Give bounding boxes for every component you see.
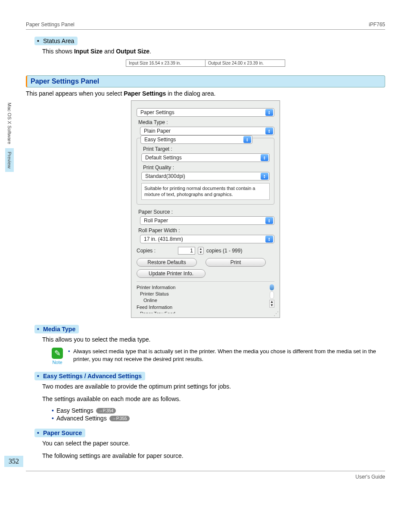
copies-stepper[interactable]: ▲▼ [198, 247, 204, 255]
settings-mode-select[interactable]: Easy Settings ▴▾ [140, 135, 252, 144]
restore-defaults-button[interactable]: Restore Defaults [137, 258, 197, 267]
update-printer-info-button[interactable]: Update Printer Info. [137, 269, 206, 278]
chevron-updown-icon: ▴▾ [243, 136, 251, 143]
paper-source-desc2: The following settings are available for… [42, 451, 385, 460]
paper-source-select[interactable]: Roll Paper ▴▾ [140, 216, 274, 225]
media-type-label: Media Type : [138, 119, 274, 125]
status-area-heading: Status Area [34, 37, 78, 45]
paper-source-heading: Paper Source [34, 429, 85, 437]
chevron-updown-icon: ▴▾ [265, 236, 273, 243]
footer: User's Guide [26, 471, 385, 480]
printer-info-text: Printer Information Printer Status Onlin… [137, 284, 268, 314]
roll-width-select[interactable]: 17 in. (431.8mm) ▴▾ [140, 235, 274, 243]
input-size-box: Input Size 16.54 x 23.39 in. [126, 59, 206, 67]
easy-adv-desc1: Two modes are available to provide the o… [42, 382, 385, 391]
page-ref-355[interactable]: →P.355 [109, 416, 130, 421]
paper-source-desc1: You can select the paper source. [42, 439, 385, 448]
copies-input[interactable]: 1 [178, 247, 195, 255]
media-type-note: Always select media type that is actuall… [68, 348, 385, 363]
header-right: iPF765 [369, 22, 385, 28]
page-ref-354[interactable]: →P.354 [96, 408, 116, 414]
easy-adv-desc2: The settings available on each mode are … [42, 395, 385, 404]
panel-select[interactable]: Paper Settings ▴▾ [137, 108, 274, 117]
section-title: Paper Settings Panel [26, 75, 385, 87]
chevron-updown-icon: ▴▾ [261, 154, 268, 161]
easy-settings-link[interactable]: Easy Settings [52, 407, 93, 414]
copies-label: Copies : [137, 248, 156, 254]
section-intro: This panel appears when you select Paper… [26, 90, 385, 97]
print-quality-select[interactable]: Standard(300dpi) ▴▾ [141, 172, 270, 180]
roll-width-label: Roll Paper Width : [138, 227, 274, 233]
note-icon-box: ✎ Note [52, 348, 63, 365]
media-type-heading: Media Type [34, 325, 79, 333]
media-type-select[interactable]: Plain Paper ▴▾ [140, 127, 274, 135]
advanced-settings-link[interactable]: Advanced Settings [52, 415, 107, 422]
info-scrollbar[interactable]: ▲▼ [269, 284, 274, 308]
chevron-updown-icon: ▴▾ [261, 173, 268, 180]
status-area-desc: This shows Input Size and Output Size. [42, 47, 385, 56]
pencil-icon: ✎ [52, 348, 63, 359]
print-quality-label: Print Quality : [143, 165, 270, 171]
print-button[interactable]: Print [206, 258, 266, 267]
output-size-box: Output Size 24.00 x 23.39 in. [206, 59, 285, 67]
print-target-label: Print Target : [143, 146, 270, 152]
chevron-updown-icon: ▴▾ [265, 128, 273, 134]
header-left: Paper Settings Panel [26, 22, 75, 28]
media-type-desc: This allows you to select the media type… [42, 335, 385, 344]
resize-grip-icon[interactable]: ⋰ [274, 311, 279, 317]
chevron-updown-icon: ▴▾ [265, 109, 273, 116]
quality-description: Suitable for printing normal documents t… [141, 183, 270, 200]
paper-settings-dialog: Paper Settings ▴▾ Media Type : Plain Pap… [131, 100, 280, 318]
print-target-select[interactable]: Default Settings ▴▾ [141, 153, 270, 162]
paper-source-label: Paper Source : [138, 209, 274, 215]
copies-range: copies (1 - 999) [206, 248, 242, 254]
easy-adv-heading: Easy Settings / Advanced Settings [34, 372, 145, 380]
chevron-updown-icon: ▴▾ [265, 217, 273, 224]
